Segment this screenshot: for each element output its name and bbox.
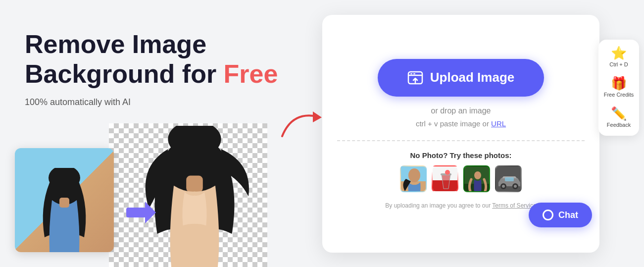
sample-photos-section: No Photo? Try these photos: [337,151,585,209]
star-icon: ⭐ [611,47,627,59]
gift-icon: 🎁 [611,77,627,90]
left-section: Remove Image Background for Free 100% au… [0,0,337,267]
drop-hint: or drop an image [431,107,491,115]
svg-point-25 [502,185,505,188]
svg-rect-2 [59,198,69,208]
pencil-icon: ✏️ [611,107,627,120]
svg-marker-8 [313,111,322,122]
svg-point-22 [474,171,481,179]
bookmark-item[interactable]: ⭐ Ctrl + D [609,47,628,68]
right-sidebar: ⭐ Ctrl + D 🎁 Free Credits ✏️ Feedback [598,40,639,136]
headline-line2: Background for [25,59,224,88]
sample-photo-2[interactable] [432,165,458,192]
chat-button-label: Chat [558,210,578,220]
headline-line1: Remove Image [25,30,206,58]
sample-photo-1[interactable] [400,165,427,192]
svg-point-15 [408,168,420,182]
bookmark-label: Ctrl + D [609,61,628,68]
svg-point-19 [445,170,450,175]
upload-icon [407,70,423,86]
tos-link[interactable]: Terms of Service [492,202,536,209]
feedback-item[interactable]: ✏️ Feedback [607,107,631,128]
chat-button[interactable]: Chat [529,203,592,227]
sample-photo-3[interactable] [463,165,490,192]
divider [337,140,585,141]
upload-image-button[interactable]: Upload Image [378,59,544,97]
beach-background [15,148,114,252]
svg-rect-7 [186,176,203,193]
chat-icon [543,210,553,220]
sample-photo-4[interactable] [495,165,522,192]
headline-free: Free [224,59,278,88]
tos-text: By uploading an image you agree to our T… [385,202,536,209]
paste-hint: ctrl + v paste image or URL [416,119,506,128]
headline: Remove Image Background for Free [25,30,337,89]
svg-marker-4 [145,202,156,223]
svg-rect-11 [410,73,412,74]
sample-label: No Photo? Try these photos: [410,151,512,160]
sample-photos-row [400,165,522,192]
cutout-woman-svg [130,126,259,267]
woman-original-svg [35,168,94,252]
result-photo-card [109,123,267,267]
upload-button-label: Upload Image [430,70,514,85]
url-link[interactable]: URL [491,119,506,128]
subtitle: 100% automatically with AI [25,97,337,107]
feedback-label: Feedback [607,122,631,128]
credits-label: Free Credits [604,92,634,98]
original-photo-card [15,148,114,252]
red-arrow [277,107,327,146]
purple-arrow [126,198,156,227]
svg-rect-3 [126,208,146,217]
svg-point-27 [514,185,517,188]
svg-rect-12 [413,73,415,74]
svg-rect-28 [505,177,514,181]
credits-item[interactable]: 🎁 Free Credits [604,77,634,98]
